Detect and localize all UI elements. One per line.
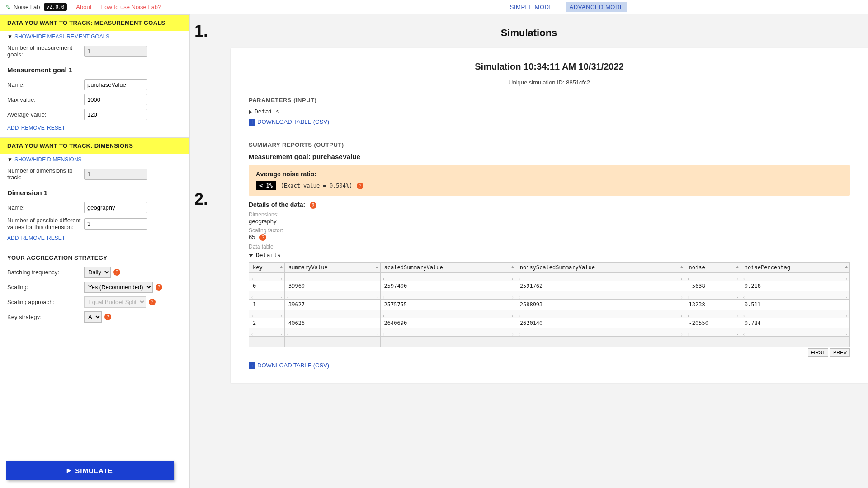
advanced-mode-tab[interactable]: ADVANCED MODE — [566, 2, 627, 12]
scaling-label: Scaling: — [7, 284, 84, 291]
toggle-dimensions[interactable]: ▼SHOW/HIDE DIMENSIONS — [0, 154, 189, 165]
download-data-csv-link[interactable]: DOWNLOAD TABLE (CSV) — [257, 362, 329, 369]
sidebar: DATA YOU WANT TO TRACK: MEASUREMENT GOAL… — [0, 14, 190, 488]
column-header[interactable]: summaryValue▲ — [284, 262, 380, 272]
info-icon: i — [249, 119, 255, 126]
goal1-name-input[interactable] — [84, 79, 147, 90]
toggle-measurement-goals[interactable]: ▼SHOW/HIDE MEASUREMENT GOALS — [0, 31, 189, 42]
column-header[interactable]: scaledSummaryValue▲ — [380, 262, 516, 272]
table-cell: 1 — [249, 299, 285, 310]
help-icon[interactable]: ? — [259, 234, 266, 241]
measurement-goal-title: Measurement goal: purchaseValue — [249, 153, 850, 160]
table-cell: 39960 — [284, 281, 380, 291]
mode-switcher: SIMPLE MODE ADVANCED MODE — [506, 2, 627, 12]
parameters-details-toggle[interactable]: Details — [249, 108, 850, 115]
column-header[interactable]: key▲ — [249, 262, 285, 272]
section-header-measurement-goals: DATA YOU WANT TO TRACK: MEASUREMENT GOAL… — [0, 14, 189, 31]
details-of-data-label: Details of the data: ? — [249, 201, 850, 209]
key-strategy-select[interactable]: A — [84, 311, 102, 323]
table-cell: 2588993 — [516, 299, 685, 310]
scaling-factor-meta-label: Scaling factor: — [249, 227, 850, 234]
parameters-section-title: PARAMETERS (INPUT) — [249, 97, 850, 103]
table-cell: 2575755 — [380, 299, 516, 310]
table-cell: 2597400 — [380, 281, 516, 291]
data-table-details-toggle[interactable]: Details — [249, 252, 850, 258]
dimensions-meta-label: Dimensions: — [249, 211, 850, 218]
table-pager: FIRST PREV — [249, 348, 850, 357]
dim1-numvals-input[interactable] — [84, 218, 147, 230]
goal1-avg-input[interactable] — [84, 109, 147, 120]
remove-dim-button[interactable]: REMOVE — [21, 235, 45, 241]
num-goals-label: Number of measurement goals: — [7, 44, 84, 58]
about-link[interactable]: About — [76, 4, 91, 10]
pager-prev-button[interactable]: PREV — [830, 348, 850, 357]
help-icon[interactable]: ? — [156, 284, 162, 291]
chevron-down-icon: ▼ — [7, 156, 13, 163]
table-cell: 0.784 — [741, 318, 849, 328]
noise-ratio-badge: < 1% — [256, 181, 276, 190]
column-header[interactable]: noisyScaledSummaryValue▲ — [516, 262, 685, 272]
play-icon: ▶ — [67, 467, 71, 474]
scaling-select[interactable]: Yes (Recommended) — [84, 282, 153, 293]
simulate-button[interactable]: ▶SIMULATE — [6, 461, 174, 480]
annotation-2: 2. — [194, 190, 208, 209]
chevron-right-icon — [249, 110, 252, 114]
reset-dim-button[interactable]: RESET — [47, 235, 65, 241]
add-dim-button[interactable]: ADD — [7, 235, 19, 241]
table-filter-row — [249, 310, 850, 318]
help-icon[interactable]: ? — [357, 183, 363, 189]
main-content: Simulations Simulation 10:34:11 AM 10/31… — [190, 14, 868, 488]
table-cell: 2 — [249, 318, 285, 328]
key-strategy-label: Key strategy: — [7, 314, 84, 320]
table-cell: 0.511 — [741, 299, 849, 310]
goal1-max-input[interactable] — [84, 94, 147, 105]
aggregation-strategy-heading: YOUR AGGREGATION STRATEGY — [0, 248, 189, 265]
table-cell: -20550 — [685, 318, 741, 328]
scaling-approach-select[interactable]: Equal Budget Split — [84, 296, 146, 308]
help-icon[interactable]: ? — [104, 314, 111, 320]
table-filter-row — [249, 291, 850, 299]
summary-reports-title: SUMMARY REPORTS (OUTPUT) — [249, 141, 850, 148]
num-goals-input[interactable] — [84, 46, 147, 57]
dim1-numvals-label: Number of possible different values for … — [7, 217, 84, 230]
table-cell: 0 — [249, 281, 285, 291]
dim1-name-input[interactable] — [84, 202, 147, 213]
chevron-down-icon — [249, 254, 253, 257]
data-table-meta-label: Data table: — [249, 244, 850, 250]
howto-link[interactable]: How to use Noise Lab? — [100, 4, 161, 10]
table-row: 13962725757552588993132380.511 — [249, 299, 850, 310]
table-row: 03996025974002591762-56380.218 — [249, 281, 850, 291]
measurement-goal-1-heading: Measurement goal 1 — [0, 60, 189, 77]
section-header-dimensions: DATA YOU WANT TO TRACK: DIMENSIONS — [0, 137, 189, 154]
noise-ratio-exact: (Exact value = 0.504%) — [281, 183, 353, 189]
table-filter-row — [249, 272, 850, 281]
info-icon: i — [249, 362, 255, 369]
remove-goal-button[interactable]: REMOVE — [21, 125, 45, 131]
pencil-icon: ✎ — [5, 4, 11, 11]
table-cell: 2640690 — [380, 318, 516, 328]
table-cell: 40626 — [284, 318, 380, 328]
goal1-max-label: Max value: — [7, 96, 84, 103]
batch-label: Batching frequency: — [7, 269, 84, 276]
help-icon[interactable]: ? — [310, 202, 316, 209]
pager-first-button[interactable]: FIRST — [808, 348, 829, 357]
simple-mode-tab[interactable]: SIMPLE MODE — [506, 2, 557, 12]
simulation-heading: Simulation 10:34:11 AM 10/31/2022 — [249, 61, 850, 72]
column-header[interactable]: noisePercentag▲ — [741, 262, 849, 272]
dim1-name-label: Name: — [7, 204, 84, 211]
add-goal-button[interactable]: ADD — [7, 125, 19, 131]
download-params-csv-link[interactable]: DOWNLOAD TABLE (CSV) — [257, 118, 329, 125]
reset-goal-button[interactable]: RESET — [47, 125, 65, 131]
data-table: key▲summaryValue▲scaledSummaryValue▲nois… — [249, 262, 850, 347]
column-header[interactable]: noise▲ — [685, 262, 741, 272]
table-cell: 39627 — [284, 299, 380, 310]
num-dims-input[interactable] — [84, 169, 147, 180]
help-icon[interactable]: ? — [149, 299, 156, 305]
table-filter-row — [249, 328, 850, 336]
simulation-id: Unique simulation ID: 8851cfc2 — [249, 79, 850, 86]
batch-select[interactable]: Daily — [84, 267, 111, 278]
help-icon[interactable]: ? — [113, 269, 120, 276]
table-cell: 13238 — [685, 299, 741, 310]
table-cell: 2620140 — [516, 318, 685, 328]
simulation-card: Simulation 10:34:11 AM 10/31/2022 Unique… — [231, 48, 868, 383]
